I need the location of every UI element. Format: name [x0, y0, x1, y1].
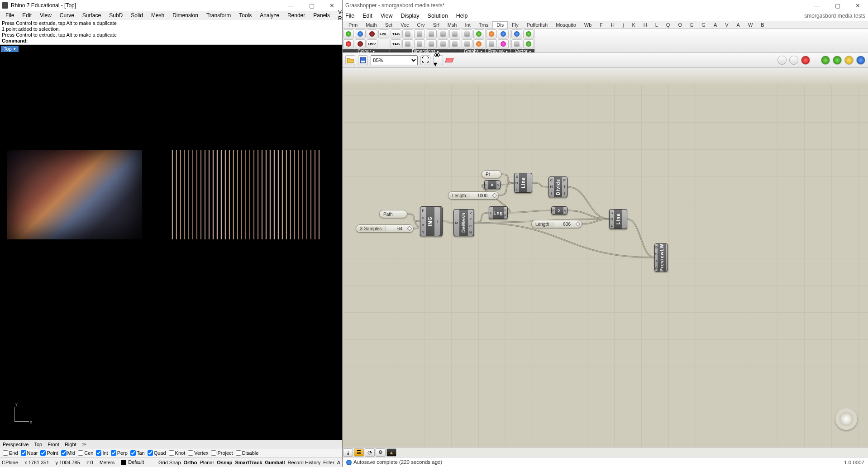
gh-param-path[interactable]: Path [379, 210, 407, 218]
gh-wire[interactable] [568, 210, 609, 219]
open-file-button[interactable] [345, 55, 355, 65]
osnap-tan[interactable]: Tan [130, 450, 145, 456]
gh-wire[interactable] [501, 174, 514, 183]
osnap-checkbox[interactable] [3, 450, 8, 456]
gh-wire[interactable] [414, 221, 420, 229]
gh-menu-edit[interactable]: Edit [362, 13, 372, 19]
gh-component-divide[interactable]: CNtDividePTt [548, 176, 568, 197]
ribbon-button[interactable] [449, 39, 460, 48]
gh-param-pt[interactable]: Pt [482, 170, 501, 178]
footer-btn-3[interactable]: ◔ [365, 448, 375, 457]
ribbon-button[interactable]: TAG [391, 39, 401, 48]
preview-toggle-button[interactable]: 👁▾ [433, 55, 443, 65]
gh-wire[interactable] [508, 210, 551, 213]
rhino-menubar[interactable]: FileEditViewCurveSurfaceSubDSolidMeshDim… [0, 11, 342, 20]
gh-wire[interactable] [501, 174, 514, 183]
osnap-checkbox[interactable] [236, 450, 241, 456]
gh-component-expr[interactable]: F×V [484, 180, 501, 189]
ribbon-button[interactable] [462, 39, 472, 48]
gh-tab-o[interactable]: O [674, 21, 686, 29]
ribbon-button[interactable] [438, 39, 448, 48]
gh-tab-e[interactable]: E [686, 21, 697, 29]
viewtab-overflow-icon[interactable]: ≫ [82, 442, 86, 447]
osnap-checkbox[interactable] [148, 450, 153, 456]
gh-tab-crv[interactable]: Crv [413, 21, 429, 29]
status-toggle-smarttrack[interactable]: SmartTrack [235, 460, 262, 465]
rhino-osnap-bar[interactable]: EndNearPointMidCenIntPerpTanQuadKnotVert… [0, 448, 342, 457]
chevron-down-icon[interactable]: ▾ [14, 47, 16, 51]
gh-param-xsamples[interactable]: X Samples64 [356, 224, 414, 233]
window-minimize-button[interactable]: — [281, 0, 301, 11]
ribbon-button[interactable] [402, 29, 413, 38]
save-file-button[interactable] [358, 55, 368, 65]
sketch-tool-button[interactable] [446, 58, 453, 62]
menu-subd[interactable]: SubD [105, 12, 126, 19]
ribbon-button[interactable] [473, 39, 484, 48]
gh-wire[interactable] [443, 221, 453, 223]
osnap-int[interactable]: Int [96, 450, 108, 456]
osnap-point[interactable]: Point [40, 450, 58, 456]
menu-solid[interactable]: Solid [127, 12, 147, 19]
gh-component-img[interactable]: FRXYIMGI [420, 206, 443, 236]
viewport-label[interactable]: Top ▾ [1, 46, 19, 52]
menu-mesh[interactable]: Mesh [148, 12, 168, 19]
gh-tab-k[interactable]: K [628, 21, 639, 29]
gh-tab-a[interactable]: A [733, 21, 744, 29]
gh-wire[interactable] [568, 187, 609, 219]
gh-file-toolbar[interactable]: 85% ⛶ 👁▾ [343, 52, 868, 68]
ribbon-button[interactable] [355, 29, 366, 38]
osnap-checkbox[interactable] [169, 450, 174, 456]
menu-render[interactable]: Render [284, 12, 309, 19]
osnap-checkbox[interactable] [40, 450, 46, 456]
viewtab-front[interactable]: Front [48, 442, 59, 447]
gh-wire[interactable] [414, 221, 420, 229]
viewtab-top[interactable]: Top [34, 442, 42, 447]
osnap-knot[interactable]: Knot [169, 450, 186, 456]
osnap-checkbox[interactable] [130, 450, 136, 456]
gh-component-line2[interactable]: SDLLine [609, 209, 627, 229]
gh-wire[interactable] [443, 221, 453, 223]
ribbon-button[interactable]: HSV [367, 39, 377, 48]
gh-canvas[interactable]: FRXYIMGIMDeMeshVFCNLLngLFF×VSDLLineCNtDi… [343, 68, 868, 447]
osnap-vertex[interactable]: Vertex [188, 450, 208, 456]
menu-tools[interactable]: Tools [235, 12, 255, 19]
ribbon-button[interactable] [523, 29, 534, 38]
osnap-checkbox[interactable] [211, 450, 216, 456]
osnap-checkbox[interactable] [78, 450, 83, 456]
rhino-view-tabs[interactable]: PerspectiveTopFrontRight≫ [0, 440, 342, 448]
ribbon-button[interactable] [426, 39, 437, 48]
ribbon-button[interactable] [486, 29, 497, 38]
gh-menu-display[interactable]: Display [401, 13, 420, 19]
ribbon-button[interactable] [498, 39, 509, 48]
gh-tab-vec[interactable]: Vec [396, 21, 413, 29]
gh-tab-math[interactable]: Math [362, 21, 381, 29]
osnap-quad[interactable]: Quad [148, 450, 166, 456]
osnap-perp[interactable]: Perp [111, 450, 128, 456]
gh-menu-help[interactable]: Help [456, 13, 468, 19]
zoom-select[interactable]: 85% [371, 55, 418, 65]
solver-pill-green-2[interactable] [833, 56, 842, 65]
footer-btn-5[interactable]: ▲ [386, 448, 396, 457]
gh-tab-f[interactable]: F [596, 21, 607, 29]
rhino-viewport[interactable]: Top ▾ y x [0, 45, 342, 440]
gh-tab-int[interactable]: Int [461, 21, 474, 29]
ribbon-button[interactable] [343, 39, 354, 48]
ribbon-button[interactable] [523, 39, 534, 48]
gh-wire[interactable] [532, 183, 548, 187]
menu-analyze[interactable]: Analyze [256, 12, 283, 19]
osnap-checkbox[interactable] [111, 450, 116, 456]
menu-curve[interactable]: Curve [56, 12, 78, 19]
osnap-near[interactable]: Near [21, 450, 38, 456]
menu-surface[interactable]: Surface [79, 12, 105, 19]
gh-tab-v[interactable]: V [721, 21, 732, 29]
gh-tab-dis[interactable]: Dis [492, 21, 508, 29]
gh-tab-h[interactable]: H [607, 21, 619, 29]
gh-component-lng[interactable]: LLngLF [489, 206, 508, 219]
status-toggle-gridsnap[interactable]: Grid Snap [158, 460, 181, 465]
cmd-prompt[interactable]: Command: [2, 38, 28, 43]
osnap-checkbox[interactable] [61, 450, 67, 456]
ribbon-button[interactable] [355, 39, 366, 48]
gh-wire[interactable] [627, 219, 654, 257]
status-toggle-filter[interactable]: Filter [323, 460, 334, 465]
gh-tab-g[interactable]: G [697, 21, 710, 29]
